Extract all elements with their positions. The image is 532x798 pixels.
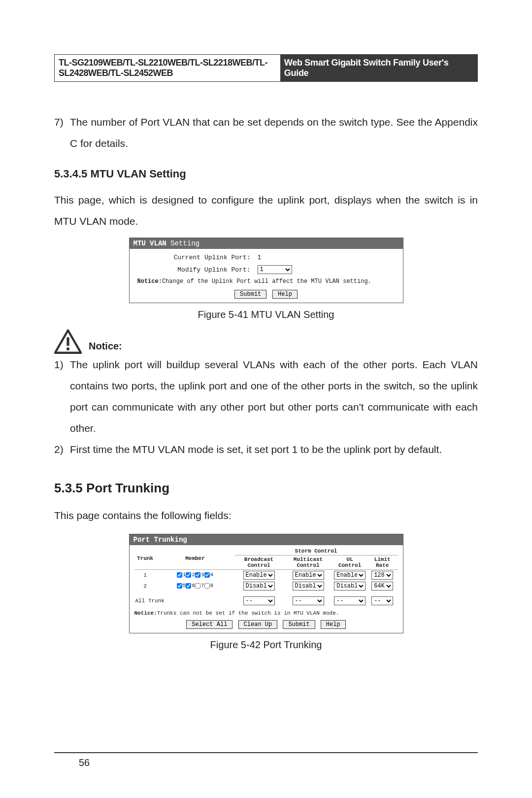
col-ul: UL Control	[333, 555, 367, 570]
all-trunk-broadcast-select[interactable]: --	[243, 596, 275, 605]
current-uplink-label: Current Uplink Port:	[137, 254, 258, 261]
member-port-checkbox[interactable]	[204, 583, 210, 589]
mtu-vlan-widget: MTU VLAN Setting Current Uplink Port: 1 …	[129, 238, 403, 303]
all-trunk-multicast-select[interactable]: --	[293, 596, 324, 605]
mtu-inner-notice: Notice:Change of the Uplink Port will af…	[137, 278, 395, 285]
member-port-checkbox[interactable]	[195, 572, 200, 578]
section-paragraph: This page, which is designed to configur…	[54, 189, 478, 232]
list-item-text: First time the MTU VLAN mode is set, it …	[70, 439, 442, 460]
mtu-title-rest: Setting	[166, 240, 200, 247]
header-guide-title: Web Smart Gigabit Switch Family User's G…	[280, 55, 477, 81]
trunk-inner-notice-text: Trunks can not be set if the switch is i…	[157, 610, 339, 616]
modify-uplink-select[interactable]: 1	[258, 265, 292, 274]
member-cell: 1 2 3 4	[156, 570, 234, 581]
member-port-label: 3	[201, 572, 204, 578]
member-port-label: 5	[183, 583, 186, 589]
trunk-inner-notice-bold: Notice:	[134, 610, 157, 616]
list-item: 7) The number of Port VLAN that can be s…	[54, 111, 478, 154]
select-all-button[interactable]: Select All	[186, 620, 233, 629]
mtu-help-button[interactable]: Help	[272, 290, 298, 299]
section-heading-port-trunking: 5.3.5 Port Trunking	[54, 481, 478, 496]
member-port-checkbox[interactable]	[186, 572, 191, 578]
member-port-label: 7	[201, 583, 204, 589]
mtu-inner-notice-text: Change of the Uplink Port will affect th…	[162, 278, 371, 285]
member-cell: 5 6 7 8	[156, 581, 234, 591]
table-row: 1 1 2 3 4 EnableEnableEnable128K	[134, 570, 398, 581]
member-port-checkbox[interactable]	[195, 583, 200, 589]
member-port-label: 8	[210, 583, 214, 589]
list-item: 2)First time the MTU VLAN mode is set, i…	[54, 439, 478, 460]
broadcast-select[interactable]: Enable	[243, 571, 275, 580]
col-multicast: Multicast Control	[284, 555, 333, 570]
notice-label: Notice:	[89, 341, 122, 354]
list-item-number: 7)	[54, 111, 70, 154]
list-item-text: The uplink port will buildup several VLA…	[70, 354, 478, 439]
trunk-id: 2	[134, 581, 156, 591]
member-port-label: 2	[192, 572, 195, 578]
svg-point-2	[66, 347, 69, 350]
mtu-submit-button[interactable]: Submit	[234, 290, 266, 299]
multicast-select[interactable]: Enable	[293, 571, 324, 580]
help-button[interactable]: Help	[321, 620, 346, 629]
list-item-text: The number of Port VLAN that can be set …	[70, 111, 478, 154]
all-trunk-label: All Trunk	[134, 591, 234, 606]
figure-caption-trunk: Figure 5-42 Port Trunking	[54, 639, 478, 651]
col-broadcast: Broadcast Control	[234, 555, 284, 570]
all-trunk-ul-select[interactable]: --	[334, 596, 366, 605]
modify-uplink-label: Modify Uplink Port:	[137, 266, 258, 274]
current-uplink-value: 1	[258, 254, 262, 261]
warning-icon	[54, 329, 82, 354]
broadcast-select[interactable]: Disable	[243, 582, 275, 590]
col-storm-control: Storm Control	[234, 547, 398, 555]
header-model-list: TL-SG2109WEB/TL-SL2210WEB/TL-SL2218WEB/T…	[55, 55, 280, 81]
member-port-label: 1	[183, 572, 186, 578]
mtu-title-bold: MTU VLAN	[133, 240, 166, 247]
member-port-checkbox[interactable]	[177, 583, 182, 589]
trunk-id: 1	[134, 570, 156, 581]
port-trunking-widget-title: Port Trunking	[130, 534, 403, 545]
member-port-label: 6	[192, 583, 195, 589]
section-heading-mtu-vlan: 5.3.4.5 MTU VLAN Setting	[54, 168, 478, 180]
member-port-checkbox[interactable]	[177, 572, 182, 578]
member-port-checkbox[interactable]	[204, 572, 210, 578]
all-trunk-limit-select[interactable]: --	[371, 596, 393, 605]
mtu-inner-notice-bold: Notice:	[137, 278, 162, 285]
clean-up-button[interactable]: Clean Up	[238, 620, 278, 629]
col-limit: Limit Rate	[367, 555, 398, 570]
ul-select[interactable]: Disable	[334, 582, 366, 590]
col-trunk: Trunk	[134, 547, 156, 570]
list-item-number: 2)	[54, 439, 70, 460]
member-port-label: 4	[210, 572, 214, 578]
submit-button[interactable]: Submit	[283, 620, 315, 629]
page-header: TL-SG2109WEB/TL-SL2210WEB/TL-SL2218WEB/T…	[54, 54, 478, 82]
figure-caption-mtu: Figure 5-41 MTU VLAN Setting	[54, 309, 478, 320]
trunk-title-bold: Port Trunking	[133, 536, 187, 544]
mtu-vlan-widget-title: MTU VLAN Setting	[130, 238, 403, 249]
trunk-inner-notice: Notice:Trunks can not be set if the swit…	[134, 610, 398, 616]
port-trunking-widget: Port Trunking Trunk Member Storm Control…	[129, 534, 403, 633]
page-number: 56	[54, 752, 478, 768]
list-item: 1)The uplink port will buildup several V…	[54, 354, 478, 439]
svg-rect-1	[66, 337, 69, 346]
list-item-number: 1)	[54, 354, 70, 439]
table-row: 2 5 6 7 8 DisableDisableDisable64K	[134, 581, 398, 591]
member-port-checkbox[interactable]	[186, 583, 191, 589]
limit-select[interactable]: 128K	[371, 571, 393, 580]
limit-select[interactable]: 64K	[371, 582, 393, 590]
multicast-select[interactable]: Disable	[293, 582, 324, 590]
section-paragraph: This page contains the following fields:	[54, 505, 478, 526]
col-member: Member	[156, 547, 234, 570]
ul-select[interactable]: Enable	[334, 571, 366, 580]
